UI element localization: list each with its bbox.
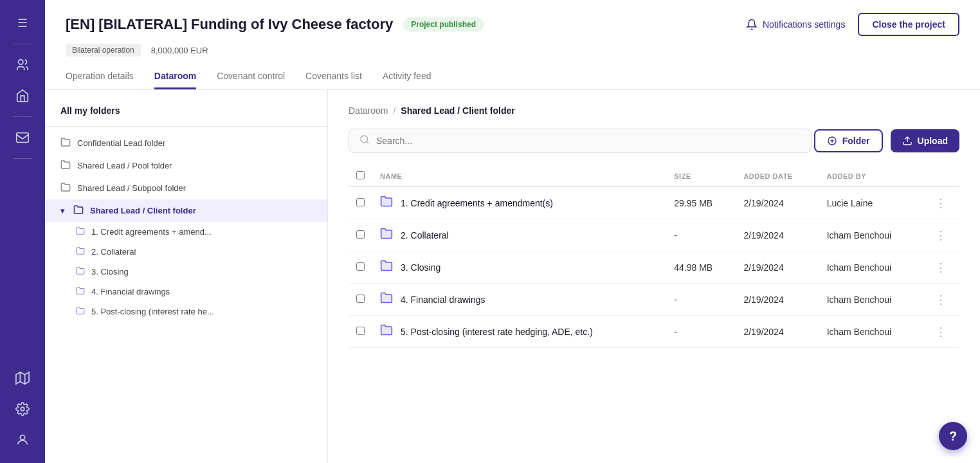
- folder-label: Shared Lead / Subpool folder: [77, 183, 186, 193]
- table-row: 2. Collateral - 2/19/2024 Icham Benchoui…: [349, 219, 959, 251]
- row-name-cell: 2. Collateral: [372, 219, 666, 251]
- upload-icon: [902, 136, 912, 146]
- row-date: 2/19/2024: [736, 251, 819, 284]
- upload-button[interactable]: Upload: [891, 129, 959, 152]
- tab-covenants-list[interactable]: Covenants list: [305, 64, 362, 89]
- header-top: [EN] [BILATERAL] Funding of Ivy Cheese f…: [66, 13, 959, 36]
- row-checkbox-cell[interactable]: [349, 251, 372, 284]
- svg-line-8: [367, 141, 368, 143]
- row-checkbox[interactable]: [356, 198, 365, 206]
- row-menu-button[interactable]: ⋮: [930, 291, 952, 309]
- sidebar-divider-2: [13, 116, 32, 117]
- help-button[interactable]: ?: [939, 422, 967, 450]
- search-box[interactable]: [349, 129, 812, 153]
- menu-icon[interactable]: ☰: [10, 10, 35, 36]
- row-menu-cell: ⋮: [922, 186, 959, 219]
- row-name-cell: 3. Closing: [372, 251, 666, 284]
- toolbar: Folder Upload: [349, 129, 959, 153]
- select-all-checkbox[interactable]: [356, 171, 365, 179]
- row-menu-button[interactable]: ⋮: [930, 323, 952, 341]
- tab-dataroom[interactable]: Dataroom: [154, 64, 196, 89]
- file-folder-icon: [380, 259, 393, 275]
- folder-item-shared-lead-subpool[interactable]: Shared Lead / Subpool folder: [45, 177, 327, 199]
- th-added-by: ADDED BY: [819, 166, 922, 186]
- row-checkbox[interactable]: [356, 295, 365, 303]
- tabs-nav: Operation details Dataroom Covenant cont…: [66, 64, 959, 89]
- folder-panel-title: All my folders: [45, 105, 327, 126]
- folder-item-shared-lead-pool[interactable]: Shared Lead / Pool folder: [45, 154, 327, 177]
- map-icon[interactable]: [10, 365, 35, 391]
- close-project-button[interactable]: Close the project: [858, 13, 959, 36]
- row-checkbox[interactable]: [356, 230, 365, 239]
- folder-label-active: Shared Lead / Client folder: [90, 206, 196, 215]
- bank-icon[interactable]: [10, 83, 35, 109]
- folder-icon: [60, 182, 71, 194]
- row-user: Icham Benchoui: [819, 219, 922, 251]
- row-checkbox-cell[interactable]: [349, 316, 372, 348]
- chevron-down-icon: ▾: [60, 206, 64, 215]
- row-checkbox[interactable]: [356, 262, 365, 271]
- subfolder-label: 4. Financial drawings: [91, 287, 170, 296]
- row-date: 2/19/2024: [736, 186, 819, 219]
- file-folder-icon: [380, 291, 393, 307]
- table-row: 5. Post-closing (interest rate hedging, …: [349, 316, 959, 348]
- row-checkbox-cell[interactable]: [349, 186, 372, 219]
- tab-operation-details[interactable]: Operation details: [66, 64, 134, 89]
- row-checkbox-cell[interactable]: [349, 219, 372, 251]
- folder-label: Shared Lead / Pool folder: [77, 161, 172, 170]
- row-name: 4. Financial drawings: [401, 295, 485, 305]
- project-title: [EN] [BILATERAL] Funding of Ivy Cheese f…: [66, 16, 393, 33]
- folder-sub-credit[interactable]: 1. Credit agreements + amend...: [45, 222, 327, 242]
- row-date: 2/19/2024: [736, 316, 819, 348]
- row-menu-cell: ⋮: [922, 284, 959, 316]
- folder-sub-closing[interactable]: 3. Closing: [45, 262, 327, 282]
- amount-text: 8,000,000 EUR: [151, 46, 208, 55]
- folder-item-confidential-lead[interactable]: Confidential Lead folder: [45, 132, 327, 154]
- th-actions: [922, 166, 959, 186]
- svg-point-5: [21, 407, 24, 411]
- file-folder-icon: [380, 195, 393, 211]
- folder-panel-divider: [45, 126, 327, 127]
- subfolder-icon: [76, 306, 85, 317]
- folder-plus-icon: [827, 136, 837, 146]
- add-folder-button[interactable]: Folder: [814, 129, 883, 152]
- svg-point-6: [20, 435, 24, 440]
- subfolder-label: 5. Post-closing (interest rate he...: [91, 307, 214, 316]
- row-checkbox[interactable]: [356, 327, 365, 335]
- notifications-button[interactable]: Notifications settings: [746, 19, 845, 30]
- sidebar-divider-1: [13, 44, 32, 44]
- row-date: 2/19/2024: [736, 284, 819, 316]
- operation-type-badge: Bilateral operation: [66, 44, 141, 57]
- folder-sub-collateral[interactable]: 2. Collateral: [45, 242, 327, 262]
- folder-sub-postclosing[interactable]: 5. Post-closing (interest rate he...: [45, 302, 327, 322]
- breadcrumb-root[interactable]: Dataroom: [349, 105, 388, 116]
- search-input[interactable]: [376, 136, 801, 146]
- row-size: 29.95 MB: [666, 186, 736, 219]
- row-menu-button[interactable]: ⋮: [930, 226, 952, 244]
- tab-covenant-control[interactable]: Covenant control: [217, 64, 285, 89]
- search-icon: [359, 134, 370, 147]
- breadcrumb-current: Shared Lead / Client folder: [401, 105, 514, 116]
- subfolder-label: 1. Credit agreements + amend...: [91, 227, 212, 237]
- mail-icon[interactable]: [10, 125, 35, 150]
- sidebar-bottom: [10, 365, 35, 453]
- tab-activity-feed[interactable]: Activity feed: [383, 64, 431, 89]
- sidebar-divider-3: [13, 158, 32, 159]
- th-added-date: ADDED DATE: [736, 166, 819, 186]
- row-size: -: [666, 219, 736, 251]
- upload-btn-label: Upload: [918, 136, 948, 146]
- user-circle-icon[interactable]: [10, 427, 35, 453]
- folder-item-shared-lead-client[interactable]: ▾ Shared Lead / Client folder: [45, 199, 327, 222]
- folder-sub-financial[interactable]: 4. Financial drawings: [45, 282, 327, 302]
- row-menu-button[interactable]: ⋮: [930, 194, 952, 212]
- svg-rect-1: [17, 133, 28, 143]
- row-menu-button[interactable]: ⋮: [930, 259, 952, 277]
- row-checkbox-cell[interactable]: [349, 284, 372, 316]
- row-user: Icham Benchoui: [819, 284, 922, 316]
- notifications-label: Notifications settings: [763, 19, 845, 30]
- folder-panel: All my folders Confidential Lead folder …: [45, 90, 328, 463]
- settings-icon[interactable]: [10, 396, 35, 422]
- row-name: 3. Closing: [401, 262, 440, 273]
- subfolder-icon: [76, 286, 85, 297]
- users-icon[interactable]: [10, 52, 35, 78]
